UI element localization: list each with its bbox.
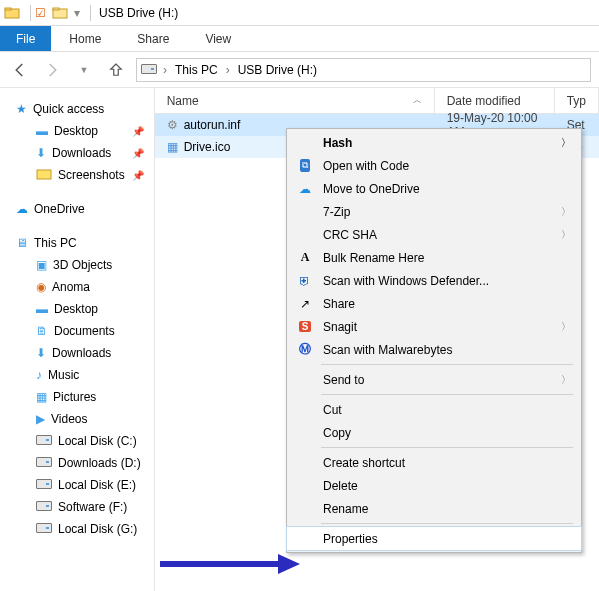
file-name: Drive.ico [184, 140, 231, 154]
sidebar-item-local-disk-c[interactable]: Local Disk (C:) [8, 430, 150, 452]
navigation-pane[interactable]: ★ Quick access ▬ Desktop 📌 ⬇ Downloads 📌… [0, 88, 154, 591]
sidebar-item-label: Pictures [53, 390, 96, 404]
chevron-right-icon[interactable]: › [161, 63, 169, 77]
pc-icon: 🖥 [16, 236, 28, 250]
file-name: autorun.inf [184, 118, 241, 132]
nav-forward-button[interactable] [40, 58, 64, 82]
menu-item-7-zip[interactable]: 7-Zip〉 [287, 200, 581, 223]
menu-item-icon: ↗ [295, 297, 315, 311]
menu-item-label: 7-Zip [323, 205, 350, 219]
nav-up-button[interactable] [104, 58, 128, 82]
sidebar-item-anoma[interactable]: ◉Anoma [8, 276, 150, 298]
sidebar-item-videos[interactable]: ▶Videos [8, 408, 150, 430]
column-type[interactable]: Typ [555, 88, 599, 113]
sidebar-item-music[interactable]: ♪Music [8, 364, 150, 386]
menu-item-scan-with-windows-defender[interactable]: ⛨Scan with Windows Defender... [287, 269, 581, 292]
drive-icon [36, 478, 52, 492]
drive-icon [36, 434, 52, 448]
sidebar-item-label: Desktop [54, 124, 98, 138]
qat-check-icon[interactable]: ☑ [35, 6, 46, 20]
sidebar-item-3d-objects[interactable]: ▣3D Objects [8, 254, 150, 276]
sidebar-quick-access[interactable]: ★ Quick access [8, 98, 150, 120]
sidebar-item-downloads[interactable]: ⬇Downloads [8, 342, 150, 364]
menu-item-create-shortcut[interactable]: Create shortcut [287, 451, 581, 474]
window-icon [4, 5, 20, 21]
breadcrumb-current[interactable]: USB Drive (H:) [236, 63, 319, 77]
column-name[interactable]: Name ︿ [155, 88, 435, 113]
menu-item-bulk-rename-here[interactable]: ABulk Rename Here [287, 246, 581, 269]
qat-folder-icon[interactable] [52, 5, 68, 21]
cloud-icon: ☁ [16, 202, 28, 216]
nav-back-button[interactable] [8, 58, 32, 82]
menu-item-scan-with-malwarebytes[interactable]: ⓂScan with Malwarebytes [287, 338, 581, 361]
window-title: USB Drive (H:) [99, 6, 178, 20]
pictures-icon: ▦ [36, 390, 47, 404]
menu-item-hash[interactable]: Hash〉 [287, 131, 581, 154]
menu-item-label: Open with Code [323, 159, 409, 173]
sidebar-item-label: Downloads (D:) [58, 456, 141, 470]
svg-marker-6 [278, 554, 300, 574]
sidebar-item-label: Local Disk (E:) [58, 478, 136, 492]
menu-item-properties[interactable]: Properties [287, 527, 581, 550]
tab-share[interactable]: Share [119, 26, 187, 51]
menu-item-share[interactable]: ↗Share [287, 292, 581, 315]
svg-rect-1 [5, 8, 11, 10]
menu-separator [321, 447, 573, 448]
chevron-right-icon: 〉 [561, 205, 571, 219]
menu-item-label: CRC SHA [323, 228, 377, 242]
sidebar-item-label: Downloads [52, 146, 111, 160]
menu-item-send-to[interactable]: Send to〉 [287, 368, 581, 391]
menu-item-snagit[interactable]: SSnagit〉 [287, 315, 581, 338]
chevron-right-icon: 〉 [561, 373, 571, 387]
folder-icon: ◉ [36, 280, 46, 294]
menu-item-icon: A [295, 250, 315, 265]
sidebar-item-label: Local Disk (G:) [58, 522, 137, 536]
sidebar-item-desktop[interactable]: ▬ Desktop 📌 [8, 120, 150, 142]
sidebar-item-pictures[interactable]: ▦Pictures [8, 386, 150, 408]
menu-item-icon: ☁ [295, 182, 315, 196]
tab-file[interactable]: File [0, 26, 51, 51]
sidebar-item-desktop[interactable]: ▬Desktop [8, 298, 150, 320]
sidebar-item-label: This PC [34, 236, 77, 250]
quick-access-icon: ★ [16, 102, 27, 116]
menu-item-icon: S [295, 321, 315, 332]
sidebar-item-software-f[interactable]: Software (F:) [8, 496, 150, 518]
qat-overflow-icon[interactable]: ▾ [74, 6, 80, 20]
sidebar-item-screenshots[interactable]: Screenshots 📌 [8, 164, 150, 186]
breadcrumb-root[interactable]: This PC [173, 63, 220, 77]
sidebar-item-documents[interactable]: 🗎Documents [8, 320, 150, 342]
menu-item-move-to-onedrive[interactable]: ☁Move to OneDrive [287, 177, 581, 200]
drive-icon [141, 63, 157, 77]
nav-recent-dropdown[interactable]: ▼ [72, 58, 96, 82]
sidebar-this-pc[interactable]: 🖥 This PC [8, 232, 150, 254]
sidebar-item-label: Documents [54, 324, 115, 338]
videos-icon: ▶ [36, 412, 45, 426]
chevron-right-icon: 〉 [561, 228, 571, 242]
menu-item-cut[interactable]: Cut [287, 398, 581, 421]
sidebar-item-label: Anoma [52, 280, 90, 294]
pin-icon: 📌 [132, 148, 150, 159]
address-field[interactable]: › This PC › USB Drive (H:) [136, 58, 591, 82]
column-date[interactable]: Date modified [435, 88, 555, 113]
ribbon-tabs: File Home Share View [0, 26, 599, 52]
chevron-right-icon[interactable]: › [224, 63, 232, 77]
menu-item-label: Share [323, 297, 355, 311]
sidebar-item-label: OneDrive [34, 202, 85, 216]
sidebar-onedrive[interactable]: ☁ OneDrive [8, 198, 150, 220]
sidebar-item-local-disk-e[interactable]: Local Disk (E:) [8, 474, 150, 496]
file-icon: ⚙ [167, 118, 178, 132]
folder-icon [36, 166, 52, 185]
drive-icon [36, 522, 52, 536]
menu-item-copy[interactable]: Copy [287, 421, 581, 444]
tab-view[interactable]: View [187, 26, 249, 51]
sidebar-item-local-disk-g[interactable]: Local Disk (G:) [8, 518, 150, 540]
music-icon: ♪ [36, 368, 42, 382]
menu-item-rename[interactable]: Rename [287, 497, 581, 520]
tab-home[interactable]: Home [51, 26, 119, 51]
menu-item-open-with-code[interactable]: ⧉Open with Code [287, 154, 581, 177]
chevron-right-icon: 〉 [561, 320, 571, 334]
menu-item-crc-sha[interactable]: CRC SHA〉 [287, 223, 581, 246]
sidebar-item-downloads[interactable]: ⬇ Downloads 📌 [8, 142, 150, 164]
sidebar-item-downloads-d[interactable]: Downloads (D:) [8, 452, 150, 474]
menu-item-delete[interactable]: Delete [287, 474, 581, 497]
